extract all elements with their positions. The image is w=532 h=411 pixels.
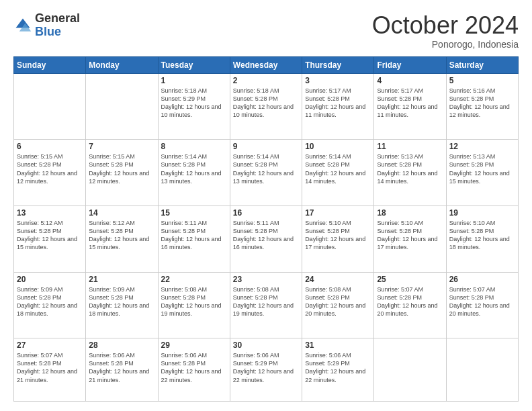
logo-general-text: General xyxy=(35,11,80,25)
day-info: Sunrise: 5:10 AM Sunset: 5:28 PM Dayligh… xyxy=(305,219,371,252)
table-row: 29Sunrise: 5:06 AM Sunset: 5:28 PM Dayli… xyxy=(158,338,230,402)
day-info: Sunrise: 5:11 AM Sunset: 5:28 PM Dayligh… xyxy=(161,219,227,252)
day-info: Sunrise: 5:15 AM Sunset: 5:28 PM Dayligh… xyxy=(89,152,154,185)
day-info: Sunrise: 5:08 AM Sunset: 5:28 PM Dayligh… xyxy=(305,285,371,318)
table-row: 1Sunrise: 5:18 AM Sunset: 5:29 PM Daylig… xyxy=(158,73,230,140)
title-block: October 2024 Ponorogo, Indonesia xyxy=(372,12,519,50)
col-tuesday: Tuesday xyxy=(158,56,230,73)
day-number: 5 xyxy=(449,76,515,85)
day-number: 10 xyxy=(305,142,371,151)
day-number: 7 xyxy=(89,142,154,151)
col-monday: Monday xyxy=(86,56,158,73)
table-row: 20Sunrise: 5:09 AM Sunset: 5:28 PM Dayli… xyxy=(14,272,86,338)
col-thursday: Thursday xyxy=(302,56,374,73)
logo: General Blue xyxy=(13,12,80,39)
table-row: 9Sunrise: 5:14 AM Sunset: 5:28 PM Daylig… xyxy=(230,140,302,206)
day-number: 8 xyxy=(161,142,227,151)
table-row: 28Sunrise: 5:06 AM Sunset: 5:28 PM Dayli… xyxy=(86,338,158,402)
day-info: Sunrise: 5:09 AM Sunset: 5:28 PM Dayligh… xyxy=(17,285,83,318)
day-info: Sunrise: 5:17 AM Sunset: 5:28 PM Dayligh… xyxy=(305,87,371,120)
day-number: 13 xyxy=(17,208,83,218)
day-number: 22 xyxy=(161,275,227,284)
table-row: 14Sunrise: 5:12 AM Sunset: 5:28 PM Dayli… xyxy=(86,205,158,272)
table-row xyxy=(374,338,446,402)
day-number: 6 xyxy=(17,142,83,151)
day-info: Sunrise: 5:16 AM Sunset: 5:28 PM Dayligh… xyxy=(449,87,515,120)
day-info: Sunrise: 5:11 AM Sunset: 5:28 PM Dayligh… xyxy=(233,219,299,252)
day-info: Sunrise: 5:06 AM Sunset: 5:29 PM Dayligh… xyxy=(233,351,299,384)
table-row: 23Sunrise: 5:08 AM Sunset: 5:28 PM Dayli… xyxy=(230,272,302,338)
calendar-week-row: 6Sunrise: 5:15 AM Sunset: 5:28 PM Daylig… xyxy=(14,140,519,206)
table-row: 2Sunrise: 5:18 AM Sunset: 5:28 PM Daylig… xyxy=(230,73,302,140)
table-row: 22Sunrise: 5:08 AM Sunset: 5:28 PM Dayli… xyxy=(158,272,230,338)
day-info: Sunrise: 5:14 AM Sunset: 5:28 PM Dayligh… xyxy=(305,152,371,185)
day-number: 18 xyxy=(377,208,443,218)
day-number: 17 xyxy=(305,208,371,218)
table-row: 26Sunrise: 5:07 AM Sunset: 5:28 PM Dayli… xyxy=(446,272,518,338)
day-number: 16 xyxy=(233,208,299,218)
day-number: 4 xyxy=(377,76,443,85)
day-info: Sunrise: 5:07 AM Sunset: 5:28 PM Dayligh… xyxy=(449,285,515,318)
calendar-week-row: 27Sunrise: 5:07 AM Sunset: 5:28 PM Dayli… xyxy=(14,338,519,402)
calendar-week-row: 1Sunrise: 5:18 AM Sunset: 5:29 PM Daylig… xyxy=(14,73,519,140)
day-number: 25 xyxy=(377,275,443,284)
calendar-week-row: 20Sunrise: 5:09 AM Sunset: 5:28 PM Dayli… xyxy=(14,272,519,338)
table-row: 13Sunrise: 5:12 AM Sunset: 5:28 PM Dayli… xyxy=(14,205,86,272)
day-number: 1 xyxy=(161,76,227,85)
day-info: Sunrise: 5:14 AM Sunset: 5:28 PM Dayligh… xyxy=(233,152,299,185)
day-number: 23 xyxy=(233,275,299,284)
day-number: 26 xyxy=(449,275,515,284)
day-info: Sunrise: 5:12 AM Sunset: 5:28 PM Dayligh… xyxy=(89,219,154,252)
day-info: Sunrise: 5:17 AM Sunset: 5:28 PM Dayligh… xyxy=(377,87,443,120)
day-info: Sunrise: 5:12 AM Sunset: 5:28 PM Dayligh… xyxy=(17,219,83,252)
logo-icon xyxy=(13,16,32,35)
day-info: Sunrise: 5:06 AM Sunset: 5:29 PM Dayligh… xyxy=(305,351,371,384)
table-row: 8Sunrise: 5:14 AM Sunset: 5:28 PM Daylig… xyxy=(158,140,230,206)
table-row: 11Sunrise: 5:13 AM Sunset: 5:28 PM Dayli… xyxy=(374,140,446,206)
day-number: 20 xyxy=(17,275,83,284)
day-info: Sunrise: 5:10 AM Sunset: 5:28 PM Dayligh… xyxy=(449,219,515,252)
table-row: 24Sunrise: 5:08 AM Sunset: 5:28 PM Dayli… xyxy=(302,272,374,338)
table-row: 10Sunrise: 5:14 AM Sunset: 5:28 PM Dayli… xyxy=(302,140,374,206)
day-number: 29 xyxy=(161,340,227,350)
calendar-week-row: 13Sunrise: 5:12 AM Sunset: 5:28 PM Dayli… xyxy=(14,205,519,272)
day-number: 19 xyxy=(449,208,515,218)
table-row xyxy=(14,73,86,140)
day-info: Sunrise: 5:18 AM Sunset: 5:29 PM Dayligh… xyxy=(161,87,227,120)
table-row: 30Sunrise: 5:06 AM Sunset: 5:29 PM Dayli… xyxy=(230,338,302,402)
table-row: 6Sunrise: 5:15 AM Sunset: 5:28 PM Daylig… xyxy=(14,140,86,206)
header: General Blue October 2024 Ponorogo, Indo… xyxy=(13,12,519,50)
day-number: 14 xyxy=(89,208,154,218)
table-row: 7Sunrise: 5:15 AM Sunset: 5:28 PM Daylig… xyxy=(86,140,158,206)
calendar-header-row: Sunday Monday Tuesday Wednesday Thursday… xyxy=(14,56,519,73)
day-info: Sunrise: 5:18 AM Sunset: 5:28 PM Dayligh… xyxy=(233,87,299,120)
month-title: October 2024 xyxy=(372,12,519,39)
day-number: 30 xyxy=(233,340,299,350)
col-saturday: Saturday xyxy=(446,56,518,73)
table-row: 15Sunrise: 5:11 AM Sunset: 5:28 PM Dayli… xyxy=(158,205,230,272)
location-subtitle: Ponorogo, Indonesia xyxy=(372,39,519,50)
col-friday: Friday xyxy=(374,56,446,73)
col-sunday: Sunday xyxy=(14,56,86,73)
day-info: Sunrise: 5:13 AM Sunset: 5:28 PM Dayligh… xyxy=(449,152,515,185)
day-info: Sunrise: 5:09 AM Sunset: 5:28 PM Dayligh… xyxy=(89,285,154,318)
table-row: 17Sunrise: 5:10 AM Sunset: 5:28 PM Dayli… xyxy=(302,205,374,272)
calendar-table: Sunday Monday Tuesday Wednesday Thursday… xyxy=(13,56,519,402)
day-info: Sunrise: 5:07 AM Sunset: 5:28 PM Dayligh… xyxy=(17,351,83,384)
day-number: 9 xyxy=(233,142,299,151)
day-number: 11 xyxy=(377,142,443,151)
day-info: Sunrise: 5:10 AM Sunset: 5:28 PM Dayligh… xyxy=(377,219,443,252)
day-number: 28 xyxy=(89,340,154,350)
table-row: 12Sunrise: 5:13 AM Sunset: 5:28 PM Dayli… xyxy=(446,140,518,206)
day-number: 31 xyxy=(305,340,371,350)
day-number: 21 xyxy=(89,275,154,284)
day-number: 12 xyxy=(449,142,515,151)
day-number: 15 xyxy=(161,208,227,218)
day-number: 27 xyxy=(17,340,83,350)
table-row xyxy=(86,73,158,140)
day-info: Sunrise: 5:15 AM Sunset: 5:28 PM Dayligh… xyxy=(17,152,83,185)
table-row xyxy=(446,338,518,402)
page: General Blue October 2024 Ponorogo, Indo… xyxy=(0,0,532,411)
table-row: 25Sunrise: 5:07 AM Sunset: 5:28 PM Dayli… xyxy=(374,272,446,338)
day-info: Sunrise: 5:08 AM Sunset: 5:28 PM Dayligh… xyxy=(161,285,227,318)
